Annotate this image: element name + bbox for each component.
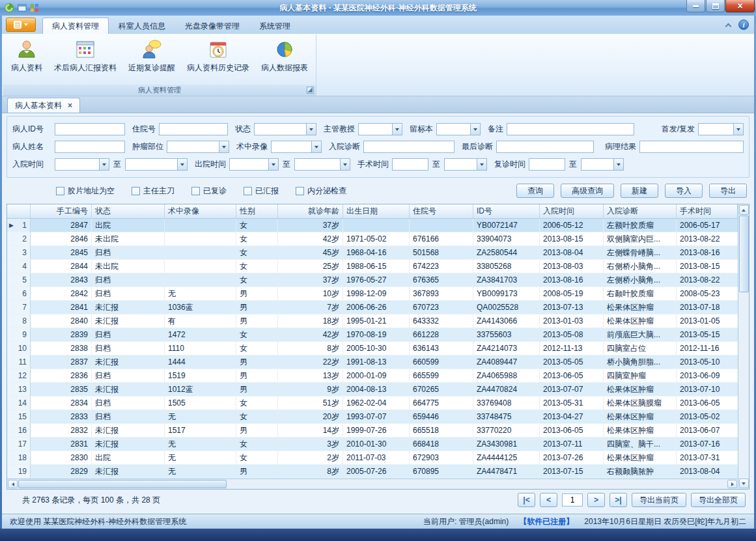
table-row[interactable]: 132835未汇报1012蓝男9岁2004-08-13670265ZA44708… [7, 383, 738, 396]
checkbox-box[interactable] [56, 187, 64, 195]
column-header[interactable]: 住院号 [410, 204, 473, 218]
first-page-button[interactable]: |< [518, 493, 535, 507]
table-row[interactable]: 192829未汇报无男8岁2005-07-26670895ZA447847120… [7, 465, 738, 479]
column-header[interactable]: 手工编号 [31, 204, 92, 218]
column-header[interactable]: 出生日期 [343, 204, 410, 218]
column-header[interactable]: 入院时间 [540, 204, 604, 218]
table-row[interactable]: 72841未汇报1036蓝男7岁2006-06-26670723QA002552… [7, 301, 738, 314]
table-row[interactable]: 152833归档无女20岁1993-07-0765944633748475201… [7, 410, 738, 424]
checkbox-box[interactable] [296, 187, 304, 195]
table-row[interactable]: 142834归档1505女51岁1962-02-0466477533769408… [7, 396, 738, 410]
patient-id-input[interactable] [55, 123, 125, 135]
advanced-query-button[interactable]: 高级查询 [561, 184, 614, 198]
checkbox-reported[interactable]: 已汇报 [244, 186, 279, 197]
export-button[interactable]: 导出 [709, 184, 747, 198]
query-button[interactable]: 查询 [516, 184, 554, 198]
tab-patient-basic-info[interactable]: 病人基本资料 × [7, 98, 80, 113]
export-current-page-button[interactable]: 导出当前页 [632, 493, 686, 507]
pathology-result-input[interactable] [639, 141, 744, 153]
horizontal-scrollbar[interactable] [7, 479, 738, 489]
surgery-time-to-select[interactable] [444, 158, 487, 171]
table-row[interactable]: 82840未汇报有男18岁1995-01-21643332ZA414306620… [7, 314, 738, 328]
table-row[interactable]: 162832未汇报1517男14岁1999-07-266655183377022… [7, 424, 738, 437]
table-row[interactable]: 102838归档1110女8岁2005-10-30636143ZA4214073… [7, 342, 738, 355]
patient-name-input[interactable] [55, 141, 125, 153]
tab-close-icon[interactable]: × [68, 101, 72, 110]
column-header[interactable]: ID号 [473, 204, 540, 218]
tumor-site-select[interactable] [167, 141, 229, 153]
table-row[interactable]: 92839归档1472女42岁1970-08-19661228337556032… [7, 328, 738, 342]
table-row[interactable]: 22846未出院女42岁1971-05-02676166339040732013… [7, 232, 738, 246]
table-row[interactable]: 172831未汇报无女3岁2010-01-30668418ZA343098120… [7, 437, 738, 451]
vertical-scroll-thumb[interactable] [739, 215, 749, 292]
last-page-button[interactable]: >| [609, 493, 627, 507]
table-row[interactable]: 112837未汇报1444男22岁1991-08-13660599ZA40894… [7, 355, 738, 369]
table-row[interactable]: 32845归档女45岁1968-04-16501568ZA25805442013… [7, 246, 738, 260]
import-button[interactable]: 导入 [665, 184, 703, 198]
column-header[interactable]: 手术时间 [677, 204, 738, 218]
checkbox-chief-surgeon[interactable]: 主任主刀 [132, 186, 175, 197]
table-row[interactable]: ▶12847出院女37岁YB00721472006-05-12左额叶胶质瘤200… [7, 219, 738, 232]
checkbox-box[interactable] [132, 187, 140, 195]
scroll-up-button[interactable] [739, 205, 749, 215]
admission-diagnosis-input[interactable] [363, 141, 455, 153]
prev-page-button[interactable]: < [540, 493, 557, 507]
page-number-input[interactable] [562, 493, 583, 506]
admission-time-from-select[interactable] [55, 158, 109, 171]
quick-access-window-icon[interactable] [18, 3, 27, 12]
checkbox-endocrine-exam[interactable]: 内分泌检查 [296, 186, 346, 197]
close-button[interactable]: × [725, 0, 755, 12]
discharge-time-from-select[interactable] [229, 158, 279, 171]
collapse-ribbon-icon[interactable] [725, 23, 732, 29]
maximize-button[interactable] [706, 0, 725, 12]
column-header[interactable]: 就诊年龄 [278, 204, 343, 218]
specimen-select[interactable] [436, 123, 481, 135]
checkbox-box[interactable] [244, 187, 252, 195]
remark-input[interactable] [507, 123, 634, 135]
column-header[interactable]: 性别 [236, 204, 278, 218]
revisit-time-to-select[interactable] [581, 158, 624, 171]
admission-time-to-select[interactable] [125, 158, 188, 171]
revisit-time-from-input[interactable] [529, 158, 565, 171]
scroll-left-button[interactable] [8, 480, 18, 488]
column-header[interactable]: 状态 [92, 204, 165, 218]
new-button[interactable]: 新建 [621, 184, 658, 198]
discharge-time-to-select[interactable] [294, 158, 350, 171]
export-all-pages-button[interactable]: 导出全部页 [691, 493, 746, 507]
admission-no-input[interactable] [159, 123, 228, 135]
column-header[interactable]: 术中录像 [165, 204, 236, 218]
ribbon-tab-patient-management[interactable]: 病人资料管理 [42, 18, 109, 34]
ribbon-tab-system-management[interactable]: 系统管理 [249, 18, 300, 34]
first-relapse-select[interactable] [698, 123, 744, 135]
table-row[interactable]: 62842归档无男10岁1998-12-09367893YB0099173200… [7, 287, 738, 301]
app-menu-button[interactable] [6, 18, 36, 32]
ribbon-tab-department-staff[interactable]: 科室人员信息 [109, 18, 175, 34]
table-row[interactable]: 42844未出院女25岁1988-06-15674223338052682013… [7, 260, 738, 273]
ribbon-button-data-report[interactable]: 病人数据报表 [255, 36, 314, 83]
minimize-button[interactable] [686, 0, 705, 12]
checkbox-box[interactable] [191, 187, 200, 195]
vertical-scrollbar[interactable] [738, 204, 749, 489]
dialog-launcher-icon[interactable] [307, 87, 314, 94]
ribbon-button-revisit-reminder[interactable]: 近期复诊提醒 [122, 36, 181, 83]
table-row[interactable]: 52843归档女37岁1976-05-27676365ZA38417032013… [7, 273, 738, 287]
table-row[interactable]: 182830出院无女2岁2011-07-03672903ZA4444125201… [7, 451, 738, 465]
checkbox-film-address-empty[interactable]: 胶片地址为空 [56, 186, 115, 197]
quick-access-grid-icon[interactable] [30, 3, 39, 12]
surgery-time-from-input[interactable] [392, 158, 428, 171]
ribbon-button-postop-report[interactable]: 术后病人汇报资料 [48, 36, 122, 83]
scroll-down-button[interactable] [739, 479, 749, 488]
ribbon-tab-disc-video-management[interactable]: 光盘录像带管理 [175, 18, 249, 34]
column-header[interactable]: 入院诊断 [604, 204, 677, 218]
checkbox-revisited[interactable]: 已复诊 [191, 186, 227, 197]
intraop-video-select[interactable] [271, 141, 322, 153]
final-diagnosis-input[interactable] [496, 141, 594, 153]
professor-select[interactable] [358, 123, 402, 135]
status-select[interactable] [254, 123, 316, 135]
scroll-right-button[interactable] [727, 480, 737, 488]
ribbon-button-patient-data[interactable]: 病人资料 [5, 36, 48, 83]
table-row[interactable]: 122836归档1519男13岁2000-01-09665599ZA406598… [7, 369, 738, 383]
horizontal-scroll-thumb[interactable] [18, 480, 227, 488]
next-page-button[interactable]: > [587, 493, 605, 507]
ribbon-button-history-record[interactable]: 病人资料历史记录 [181, 36, 255, 83]
